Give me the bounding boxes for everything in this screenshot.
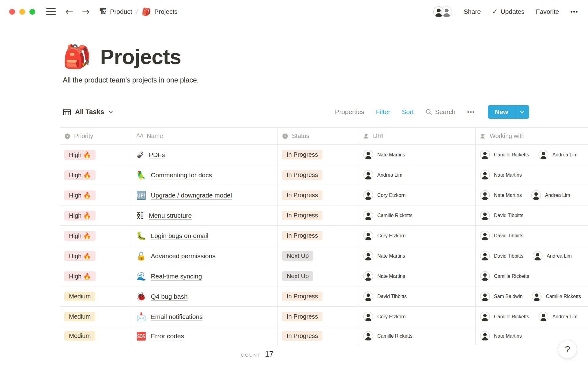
name-cell[interactable]: 🗞PDFs: [132, 145, 278, 165]
person-tag[interactable]: David Tibbitts: [480, 231, 523, 241]
name-cell[interactable]: 🆙Upgrade / downgrade model: [132, 185, 278, 205]
priority-cell[interactable]: High 🔥: [60, 185, 132, 205]
name-cell[interactable]: 🔓Advanced permissions: [132, 246, 278, 266]
priority-cell[interactable]: High 🔥: [60, 246, 132, 266]
name-cell[interactable]: 🐛Login bugs on email: [132, 226, 278, 246]
new-dropdown-button[interactable]: [515, 105, 529, 119]
status-cell[interactable]: Next Up: [278, 246, 359, 266]
working-with-cell[interactable]: Sam BaldwinCamille Ricketts: [476, 286, 588, 306]
person-tag[interactable]: Andrea Lim: [538, 150, 578, 160]
dri-cell[interactable]: Cory Etzkorn: [359, 307, 476, 327]
priority-cell[interactable]: Medium: [60, 307, 132, 327]
column-header-dri[interactable]: DRI: [359, 128, 476, 144]
priority-cell[interactable]: Medium: [60, 327, 132, 345]
working-with-cell[interactable]: Camille Ricketts: [476, 266, 588, 286]
person-tag[interactable]: Andrea Lim: [538, 312, 578, 322]
priority-cell[interactable]: Medium: [60, 286, 132, 306]
page-link[interactable]: Advanced permissions: [151, 252, 215, 260]
dri-cell[interactable]: Camille Ricketts: [359, 327, 476, 345]
name-cell[interactable]: 🐞Q4 bug bash: [132, 286, 278, 306]
updates-button[interactable]: ✓ Updates: [492, 8, 525, 16]
status-cell[interactable]: In Progress: [278, 286, 359, 306]
dri-cell[interactable]: Nate Martins: [359, 246, 476, 266]
status-cell[interactable]: In Progress: [278, 205, 359, 225]
person-tag[interactable]: Andrea Lim: [531, 190, 570, 200]
collaborator-avatars[interactable]: [433, 6, 452, 17]
person-tag[interactable]: Andrea Lim: [363, 170, 402, 180]
person-tag[interactable]: Andrea Lim: [533, 251, 572, 261]
status-cell[interactable]: Next Up: [278, 266, 359, 286]
name-cell[interactable]: 🆘Error codes: [132, 327, 278, 345]
person-tag[interactable]: David Tibbitts: [480, 251, 523, 261]
priority-cell[interactable]: High 🔥: [60, 226, 132, 246]
dri-cell[interactable]: Cory Etzkorn: [359, 185, 476, 205]
person-tag[interactable]: Camille Ricketts: [363, 210, 413, 220]
column-header-working-with[interactable]: Working with: [476, 128, 588, 144]
name-cell[interactable]: ⛓Menu structure: [132, 205, 278, 225]
sidebar-menu-icon[interactable]: [46, 8, 56, 15]
person-tag[interactable]: Camille Ricketts: [363, 331, 413, 341]
column-header-name[interactable]: AaName: [132, 128, 278, 144]
page-link[interactable]: Upgrade / downgrade model: [151, 192, 232, 199]
name-cell[interactable]: 🌊Real-time syncing: [132, 266, 278, 286]
column-header-status[interactable]: Status: [278, 128, 359, 144]
table-footer[interactable]: COUNT 17: [60, 345, 278, 358]
person-tag[interactable]: Nate Martins: [480, 331, 522, 341]
view-more-options-icon[interactable]: •••: [467, 109, 475, 116]
person-tag[interactable]: Camille Ricketts: [480, 271, 529, 281]
page-icon[interactable]: 🎒: [63, 45, 91, 68]
dri-cell[interactable]: David Tibbitts: [359, 286, 476, 306]
priority-cell[interactable]: High 🔥: [60, 266, 132, 286]
zoom-window-button[interactable]: [29, 9, 35, 15]
sort-button[interactable]: Sort: [402, 108, 414, 116]
page-link[interactable]: Q4 bug bash: [151, 293, 187, 300]
share-button[interactable]: Share: [464, 8, 481, 15]
person-tag[interactable]: Cory Etzkorn: [363, 190, 405, 200]
working-with-cell[interactable]: David Tibbitts: [476, 205, 588, 225]
priority-cell[interactable]: High 🔥: [60, 205, 132, 225]
favorite-button[interactable]: Favorite: [536, 8, 559, 15]
person-tag[interactable]: Nate Martins: [480, 190, 522, 200]
name-cell[interactable]: 📩Email notifications: [132, 307, 278, 327]
dri-cell[interactable]: Camille Ricketts: [359, 205, 476, 225]
page-link[interactable]: Error codes: [151, 332, 184, 340]
more-options-icon[interactable]: •••: [570, 8, 578, 15]
breadcrumb-item-product[interactable]: 🏗 Product: [99, 8, 132, 15]
status-cell[interactable]: In Progress: [278, 185, 359, 205]
status-cell[interactable]: In Progress: [278, 165, 359, 185]
person-tag[interactable]: David Tibbitts: [480, 210, 523, 220]
forward-arrow-icon[interactable]: →: [82, 7, 89, 16]
page-link[interactable]: Email notifications: [151, 313, 202, 320]
search-button[interactable]: Search: [425, 108, 456, 116]
working-with-cell[interactable]: Camille RickettsAndrea Lim: [476, 145, 588, 165]
person-tag[interactable]: Camille Ricketts: [532, 291, 581, 301]
working-with-cell[interactable]: David TibbittsAndrea Lim: [476, 246, 588, 266]
help-button[interactable]: ?: [558, 340, 577, 359]
person-tag[interactable]: Sam Baldwin: [480, 291, 522, 301]
person-tag[interactable]: Cory Etzkorn: [363, 231, 405, 241]
properties-button[interactable]: Properties: [335, 108, 364, 116]
person-tag[interactable]: Camille Ricketts: [480, 312, 529, 322]
back-arrow-icon[interactable]: ←: [66, 7, 73, 16]
dri-cell[interactable]: Cory Etzkorn: [359, 226, 476, 246]
minimize-window-button[interactable]: [19, 9, 25, 15]
status-cell[interactable]: In Progress: [278, 307, 359, 327]
dri-cell[interactable]: Andrea Lim: [359, 165, 476, 185]
working-with-cell[interactable]: David Tibbitts: [476, 226, 588, 246]
breadcrumb-item-projects[interactable]: 🎒 Projects: [142, 8, 178, 15]
person-tag[interactable]: David Tibbitts: [363, 291, 407, 301]
working-with-cell[interactable]: Nate MartinsAndrea Lim: [476, 185, 588, 205]
status-cell[interactable]: In Progress: [278, 327, 359, 345]
page-link[interactable]: Real-time syncing: [151, 273, 202, 280]
status-cell[interactable]: In Progress: [278, 145, 359, 165]
person-tag[interactable]: Cory Etzkorn: [363, 312, 405, 322]
priority-cell[interactable]: High 🔥: [60, 145, 132, 165]
person-tag[interactable]: Nate Martins: [363, 271, 405, 281]
working-with-cell[interactable]: Nate Martins: [476, 165, 588, 185]
status-cell[interactable]: In Progress: [278, 226, 359, 246]
person-tag[interactable]: Camille Ricketts: [480, 150, 529, 160]
working-with-cell[interactable]: Camille RickettsAndrea Lim: [476, 307, 588, 327]
dri-cell[interactable]: Nate Martins: [359, 145, 476, 165]
name-cell[interactable]: 🦜Commenting for docs: [132, 165, 278, 185]
close-window-button[interactable]: [9, 9, 15, 15]
